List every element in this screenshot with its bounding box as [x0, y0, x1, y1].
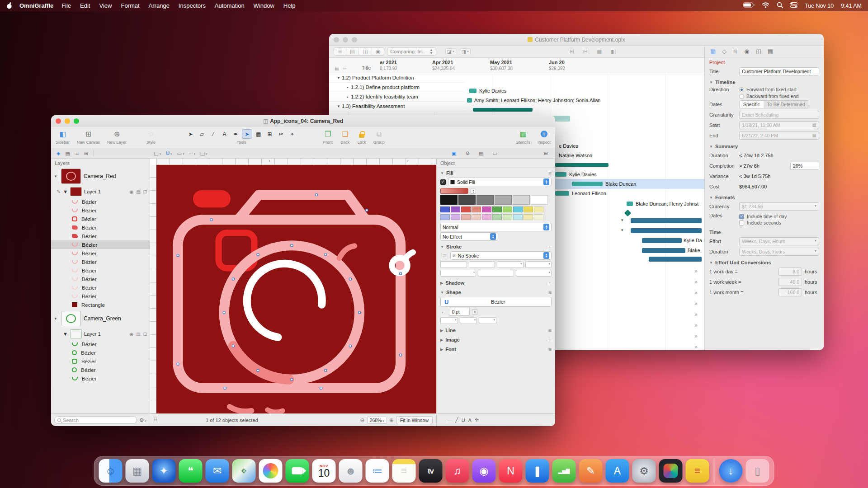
- column-doc-icon[interactable]: ▤: [335, 66, 339, 71]
- calendar-picker-icon[interactable]: ▦: [812, 122, 816, 128]
- canvas-thumbnail[interactable]: [61, 311, 81, 326]
- color-swatch[interactable]: [531, 195, 548, 205]
- gantt-bar[interactable]: [631, 218, 702, 223]
- conversion-value-input[interactable]: 160.0: [778, 288, 802, 296]
- menu-item[interactable]: Automation: [215, 2, 245, 9]
- inspector-tab[interactable]: ◇: [722, 48, 726, 55]
- color-swatch[interactable]: [482, 206, 491, 212]
- layer-object-row[interactable]: Bézier: [51, 223, 150, 232]
- color-swatch[interactable]: [440, 195, 458, 205]
- timeline-section-header[interactable]: ▼Timeline: [705, 76, 824, 86]
- section-menu-icon[interactable]: [549, 244, 552, 249]
- omniplan-titlebar[interactable]: Customer Platform Development.oplx: [329, 34, 824, 46]
- dock-app-icon[interactable]: ▂▅▇: [552, 459, 576, 483]
- stencils-icon[interactable]: ▦: [518, 130, 528, 138]
- menu-item[interactable]: Arrange: [149, 2, 170, 9]
- dock-app-icon[interactable]: ≡: [686, 459, 709, 483]
- layer-thumbnail[interactable]: [70, 187, 82, 196]
- gantt-bar[interactable]: [642, 248, 685, 253]
- view-mode-button[interactable]: ≣: [334, 48, 346, 55]
- tool-button[interactable]: ⌖: [287, 129, 297, 139]
- inspect-icon[interactable]: i: [541, 131, 547, 137]
- color-swatch[interactable]: [461, 214, 471, 220]
- shape-section-header[interactable]: ▼Shape: [437, 287, 555, 296]
- color-swatch[interactable]: [492, 206, 502, 212]
- spotlight-icon[interactable]: [777, 2, 783, 9]
- tool-button[interactable]: ⊞: [264, 129, 275, 139]
- dock-app-icon[interactable]: A: [606, 459, 629, 483]
- toolbar-icon-button[interactable]: ▦: [595, 48, 603, 55]
- tool-button[interactable]: ∕: [208, 129, 218, 139]
- new-layer-icon[interactable]: ⊕: [112, 130, 122, 138]
- start-date-field[interactable]: 1/18/21, 11:00 AM▦: [739, 121, 819, 129]
- toolbar-icon-button[interactable]: ⊞: [568, 48, 576, 55]
- lock-icon[interactable]: ⊡: [143, 189, 147, 194]
- conversion-value-input[interactable]: 40.0: [778, 278, 802, 286]
- visibility-eye-icon[interactable]: ◉: [129, 332, 133, 337]
- shape-type-field[interactable]: UBezier: [440, 297, 552, 307]
- layer-row[interactable]: ▼ Layer 1 ◉▤⊡: [51, 328, 150, 340]
- gantt-bar[interactable]: [627, 202, 633, 206]
- menu-item[interactable]: View: [99, 2, 112, 9]
- battery-icon[interactable]: [743, 2, 755, 9]
- tool-button[interactable]: A: [219, 129, 230, 139]
- omnigraffle-titlebar[interactable]: ◫App_icons_04: Camera_Red: [51, 115, 555, 127]
- style-tray-swatch[interactable]: U: [462, 418, 465, 423]
- gantt-bar[interactable]: [555, 191, 569, 196]
- dock-app-icon[interactable]: ✦: [152, 459, 176, 483]
- dock-app-icon[interactable]: ◍: [259, 459, 283, 483]
- disclosure-icon[interactable]: ▼: [54, 174, 58, 178]
- dock-app-icon[interactable]: ▯: [746, 459, 769, 483]
- toolbar-icon-button[interactable]: ◧: [609, 48, 617, 55]
- canvas-view-icon[interactable]: ⊞: [82, 150, 90, 156]
- canvas-item-camera-green[interactable]: ▼ Camera_Green: [51, 309, 150, 328]
- canvas-view-icon[interactable]: ◈: [55, 150, 62, 156]
- end-date-field[interactable]: 6/21/22, 2:40 PM▦: [739, 131, 819, 140]
- layer-object-row[interactable]: Rectangle: [51, 300, 150, 309]
- tool-button[interactable]: ➤: [185, 129, 196, 139]
- color-swatch[interactable]: [503, 214, 512, 220]
- blend-mode-dropdown[interactable]: Normal: [440, 223, 552, 231]
- tool-button[interactable]: ▱: [197, 129, 207, 139]
- bring-front-icon[interactable]: ❐: [323, 130, 333, 138]
- menu-item[interactable]: Window: [254, 2, 274, 9]
- toolbar-combo-button[interactable]: ◨▾: [460, 48, 471, 55]
- drawing-canvas[interactable]: 12: [150, 159, 436, 413]
- dropdown-stepper-icon[interactable]: [543, 224, 549, 230]
- color-stepper-icon[interactable]: [471, 188, 476, 194]
- gantt-bar[interactable]: [631, 228, 702, 233]
- tool-button[interactable]: ➤: [242, 129, 252, 139]
- color-swatch[interactable]: [440, 206, 450, 212]
- disclosure-icon[interactable]: ▼: [63, 331, 68, 337]
- layer-object-row[interactable]: Bézier: [51, 197, 150, 206]
- zoom-out-icon[interactable]: ⊖: [360, 417, 365, 423]
- inspector-tab[interactable]: ◫: [756, 48, 761, 55]
- inspector-mini-tab[interactable]: ⚙: [463, 150, 472, 156]
- granularity-dropdown[interactable]: Exact Scheduling: [739, 111, 819, 119]
- dock-app-icon[interactable]: ☺: [99, 459, 123, 483]
- color-swatch[interactable]: [513, 214, 523, 220]
- section-menu-icon[interactable]: [549, 170, 552, 176]
- layer-row[interactable]: ✎ ▼ Layer 1 ◉▤⊡: [51, 186, 150, 197]
- layer-object-row[interactable]: Bézier: [51, 348, 150, 357]
- layer-object-row[interactable]: Bézier: [51, 215, 150, 223]
- column-notes-icon[interactable]: ≔: [343, 66, 347, 71]
- corner-radius-input[interactable]: 0 pt: [449, 308, 470, 316]
- gantt-bar[interactable]: [469, 89, 476, 93]
- color-swatch[interactable]: [451, 206, 460, 212]
- color-swatch[interactable]: [458, 195, 476, 205]
- fill-type-dropdown[interactable]: Solid Fill: [448, 178, 552, 186]
- title-column-header[interactable]: Title: [362, 65, 371, 70]
- dock-app-icon[interactable]: ⌖: [232, 459, 256, 483]
- layer-object-row[interactable]: Bézier: [51, 366, 150, 374]
- layer-object-row[interactable]: Bézier: [51, 249, 150, 258]
- add-inspector-icon[interactable]: ⊞: [542, 150, 550, 156]
- layer-object-row[interactable]: Bézier: [51, 258, 150, 266]
- dock-app-icon[interactable]: ↓: [719, 459, 743, 483]
- lock-icon[interactable]: [359, 134, 364, 138]
- inspector-mini-tab[interactable]: ▣: [450, 150, 458, 156]
- section-menu-icon[interactable]: [549, 347, 552, 352]
- style-tray-swatch[interactable]: ✛: [475, 417, 479, 423]
- gantt-bar[interactable]: [555, 163, 609, 167]
- layer-object-row[interactable]: Bézier: [51, 275, 150, 283]
